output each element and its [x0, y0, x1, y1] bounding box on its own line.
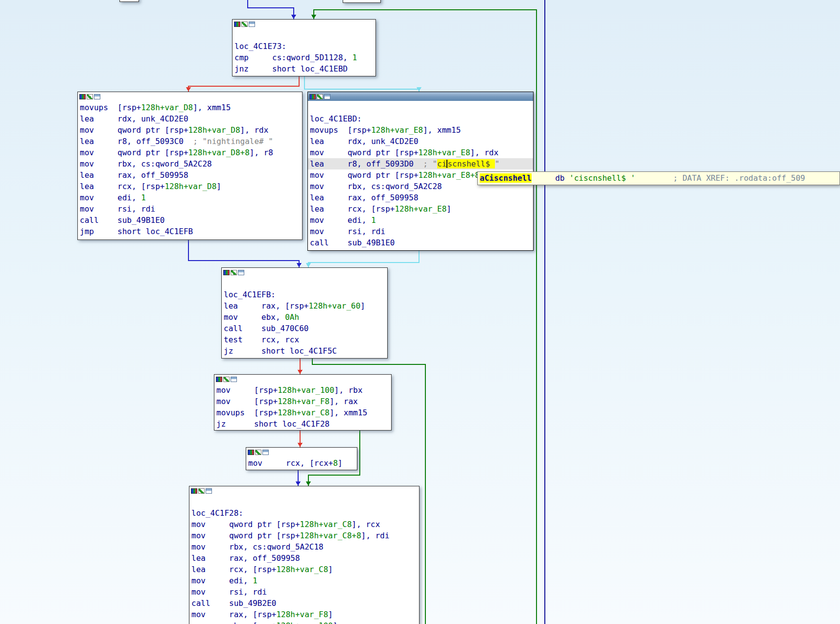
asm-line[interactable]: call sub_49B2E0 — [191, 598, 419, 609]
asm-line[interactable]: mov rsi, rdi — [310, 226, 533, 237]
asm-text: ], xmm15 — [329, 408, 367, 417]
asm-line[interactable]: loc_4C1EFB: — [224, 289, 387, 300]
node-frame-icon[interactable] — [262, 450, 269, 455]
asm-line[interactable]: jmp short loc_4C1EFB — [80, 226, 302, 237]
asm-line[interactable]: mov qword ptr [rsp+128h+var_C8+8], rdi — [191, 530, 419, 541]
asm-line[interactable]: loc_4C1E73: — [234, 41, 375, 52]
asm-line[interactable]: mov rax, [rsp+128h+var_F8] — [191, 609, 419, 620]
asm-line[interactable]: mov rbx, cs:qword_5A2C28 — [80, 158, 302, 169]
asm-line[interactable]: cmp cs:qword_5D1128, 1 — [234, 52, 375, 63]
node-code: mov rcx, [rcx+8] — [246, 456, 357, 469]
asm-line[interactable]: mov [rsp+128h+var_100], rbx — [216, 384, 391, 396]
asm-text: mov rbx, cs:qword_5A2C28 — [80, 159, 212, 168]
asm-line[interactable]: lea rax, [rsp+128h+var_60] — [224, 300, 387, 312]
asm-line[interactable]: mov rbx, [rsp+128h+var_100] — [191, 620, 419, 624]
node-color-icon[interactable] — [248, 450, 254, 455]
node-color-icon[interactable] — [223, 270, 230, 275]
node-frame-icon[interactable] — [231, 377, 237, 382]
asm-text: lea rax, off_509958 — [80, 170, 188, 180]
node-titlebar[interactable] — [222, 268, 387, 277]
asm-line[interactable]: loc_4C1EBD: — [310, 113, 533, 124]
asm-line[interactable] — [191, 496, 419, 507]
node-titlebar[interactable] — [233, 20, 375, 28]
asm-line[interactable]: lea rcx, [rsp+128h+var_D8] — [80, 181, 302, 192]
asm-line[interactable]: lea rcx, [rsp+128h+var_C8] — [191, 564, 419, 575]
graph-node-loc_4C1E73[interactable]: loc_4C1E73:cmp cs:qword_5D1128, 1jnz sho… — [232, 19, 376, 76]
node-color-icon[interactable] — [309, 94, 316, 99]
node-code: movups [rsp+128h+var_D8], xmm15lea rdx, … — [78, 101, 302, 237]
node-titlebar[interactable] — [214, 375, 391, 384]
offscreen-node-fragment — [119, 0, 139, 2]
asm-line[interactable]: mov qword ptr [rsp+128h+var_D8], rdx — [80, 124, 302, 136]
node-edit-icon[interactable] — [223, 377, 230, 382]
asm-line[interactable]: call sub_49B1E0 — [310, 237, 533, 248]
asm-line[interactable]: mov [rsp+128h+var_F8], rax — [216, 396, 391, 407]
asm-line[interactable] — [234, 29, 375, 41]
node-code: loc_4C1F28:mov qword ptr [rsp+128h+var_C… — [189, 495, 419, 624]
node-edit-icon[interactable] — [231, 270, 237, 275]
node-frame-icon[interactable] — [324, 94, 330, 99]
asm-line[interactable]: lea rax, off_509958 — [191, 552, 419, 564]
asm-line[interactable]: mov rcx, [rcx+8] — [248, 457, 357, 469]
node-color-icon[interactable] — [234, 22, 240, 27]
asm-line[interactable] — [224, 278, 387, 289]
asm-line[interactable]: mov edi, 1 — [191, 575, 419, 586]
asm-line[interactable]: jnz short loc_4C1EBD — [234, 63, 375, 74]
asm-line[interactable]: mov qword ptr [rsp+128h+var_D8+8], r8 — [80, 147, 302, 158]
asm-text: ], r8 — [250, 148, 273, 157]
asm-line[interactable] — [310, 102, 533, 113]
asm-line[interactable]: lea r8, off_5093C0 ; "nightingale# " — [80, 136, 302, 147]
asm-line[interactable]: movups [rsp+128h+var_E8], xmm15 — [310, 124, 533, 136]
node-titlebar[interactable] — [246, 448, 357, 456]
node-edit-icon[interactable] — [87, 94, 93, 99]
graph-node-loc_4C1EFB[interactable]: loc_4C1EFB:lea rax, [rsp+128h+var_60]mov… — [221, 267, 388, 359]
asm-line[interactable]: mov edi, 1 — [310, 215, 533, 226]
asm-line[interactable]: lea rcx, [rsp+128h+var_E8] — [310, 203, 533, 215]
node-color-icon[interactable] — [216, 377, 222, 382]
asm-line[interactable]: mov ebx, 0Ah — [224, 312, 387, 323]
asm-line[interactable]: call sub_470C60 — [224, 323, 387, 334]
asm-line[interactable]: movups [rsp+128h+var_D8], xmm15 — [80, 102, 302, 113]
node-frame-icon[interactable] — [94, 94, 100, 99]
asm-line[interactable]: call sub_49B1E0 — [80, 215, 302, 226]
asm-line[interactable]: lea rax, off_509958 — [80, 169, 302, 181]
asm-line[interactable]: mov rbx, cs:qword_5A2C18 — [191, 541, 419, 552]
edge-jmp-4C1EFB — [188, 240, 299, 267]
node-titlebar[interactable] — [78, 92, 302, 101]
asm-line[interactable]: movups [rsp+128h+var_C8], xmm15 — [216, 407, 391, 418]
asm-text: 128h+var_D8 — [164, 182, 216, 191]
asm-line[interactable]: loc_4C1F28: — [191, 507, 419, 519]
graph-node-loc_4C1F28[interactable]: loc_4C1F28:mov qword ptr [rsp+128h+var_C… — [189, 486, 420, 624]
asm-line[interactable]: mov qword ptr [rsp+128h+var_E8], rdx — [310, 147, 533, 158]
asm-text: movups [rsp+ — [80, 103, 141, 112]
graph-node-block_4C1F0F[interactable]: mov [rsp+128h+var_100], rbxmov [rsp+128h… — [214, 374, 392, 431]
asm-line[interactable]: lea rax, off_509958 — [310, 192, 533, 203]
node-frame-icon[interactable] — [249, 22, 255, 27]
node-edit-icon[interactable] — [241, 22, 248, 27]
asm-line[interactable]: mov qword ptr [rsp+128h+var_C8], rcx — [191, 519, 419, 530]
graph-canvas[interactable]: aCiscnshell db 'ciscnshell$ ' ; DATA XRE… — [0, 0, 840, 624]
asm-line[interactable]: mov edi, 1 — [80, 192, 302, 203]
node-code: loc_4C1E73:cmp cs:qword_5D1128, 1jnz sho… — [233, 28, 375, 74]
asm-line[interactable]: test rcx, rcx — [224, 334, 387, 345]
node-titlebar[interactable] — [189, 486, 419, 495]
asm-text: 1 — [141, 193, 146, 202]
asm-text: 128h+var_E8 — [419, 148, 470, 157]
node-frame-icon[interactable] — [238, 270, 244, 275]
node-edit-icon[interactable] — [255, 450, 261, 455]
graph-node-block_4C1F24[interactable]: mov rcx, [rcx+8] — [246, 447, 357, 470]
node-edit-icon[interactable] — [317, 94, 323, 99]
asm-line[interactable]: jz short loc_4C1F28 — [216, 418, 391, 430]
node-edit-icon[interactable] — [198, 488, 205, 494]
asm-line[interactable]: jz short loc_4C1F5C — [224, 345, 387, 357]
asm-line[interactable]: mov rsi, rdi — [80, 203, 302, 215]
node-frame-icon[interactable] — [206, 488, 212, 494]
asm-line[interactable]: lea rdx, unk_4CD2E0 — [80, 113, 302, 124]
asm-line[interactable]: lea r8, off_5093D0 ; "ciscnshell$ " — [308, 158, 533, 169]
graph-node-block_4C1E7F[interactable]: movups [rsp+128h+var_D8], xmm15lea rdx, … — [77, 92, 303, 240]
node-color-icon[interactable] — [79, 94, 86, 99]
node-titlebar[interactable] — [308, 92, 533, 101]
node-color-icon[interactable] — [191, 488, 197, 494]
asm-line[interactable]: lea rdx, unk_4CD2E0 — [310, 136, 533, 147]
asm-line[interactable]: mov rsi, rdi — [191, 586, 419, 598]
